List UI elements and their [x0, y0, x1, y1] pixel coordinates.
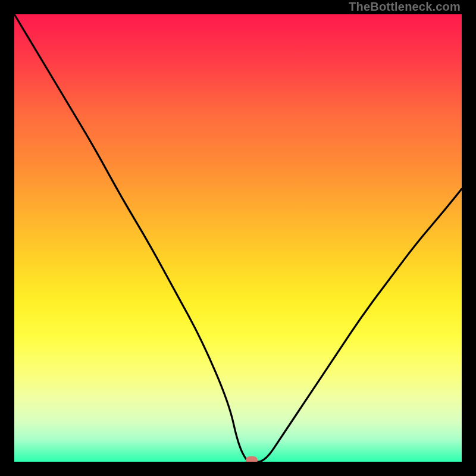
plot-area — [14, 14, 462, 462]
optimum-marker — [246, 456, 258, 462]
chart-frame: TheBottleneck.com — [0, 0, 476, 476]
watermark-text: TheBottleneck.com — [349, 0, 461, 14]
bottleneck-curve — [14, 14, 462, 462]
